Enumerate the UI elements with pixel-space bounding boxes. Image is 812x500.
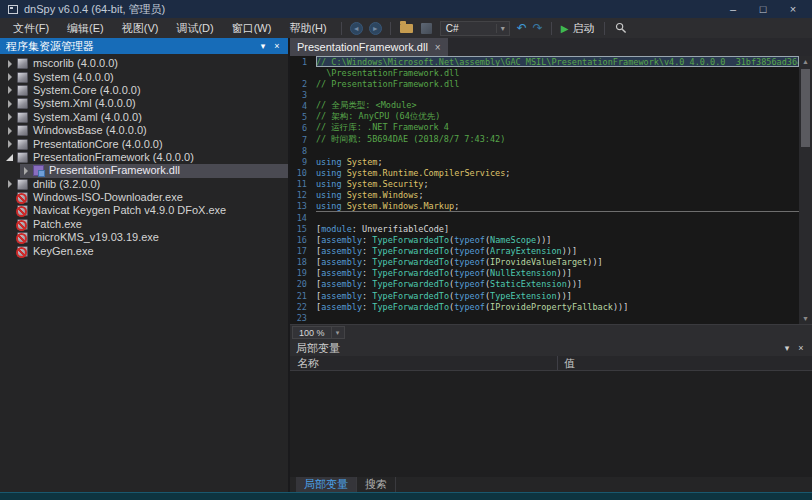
navigate-back-icon[interactable]: ◄ <box>350 22 363 35</box>
menu-item[interactable]: 视图(V) <box>113 18 168 38</box>
tree-item[interactable]: mscorlib (4.0.0.0) <box>0 57 288 70</box>
scroll-down-icon[interactable]: ▼ <box>802 313 809 324</box>
code-line[interactable]: 18[assembly: TypeForwardedTo(typeof(IPro… <box>290 257 799 268</box>
collapsed-arrow-icon[interactable] <box>20 165 31 176</box>
tree-item[interactable]: Windows-ISO-Downloader.exe <box>0 191 288 204</box>
navigate-forward-icon[interactable]: ► <box>369 22 382 35</box>
code-line[interactable]: 19[assembly: TypeForwardedTo(typeof(Null… <box>290 268 799 279</box>
tree-item[interactable]: KeyGen.exe <box>0 244 288 257</box>
bottom-tab[interactable]: 局部变量 <box>296 477 357 492</box>
collapsed-arrow-icon[interactable] <box>4 72 15 83</box>
collapsed-arrow-icon[interactable] <box>4 98 15 109</box>
code-line[interactable]: 7// 时间戳: 5B694DAE (2018/8/7 7:43:42) <box>290 134 799 145</box>
minimize-button[interactable]: – <box>718 0 748 18</box>
tree-item[interactable]: System (4.0.0.0) <box>0 70 288 83</box>
panel-menu-caret-icon[interactable]: ▾ <box>780 343 794 353</box>
code-line[interactable]: 11using System.Security; <box>290 179 799 190</box>
menu-item[interactable]: 窗口(W) <box>223 18 281 38</box>
code-token: ))] <box>557 291 572 301</box>
code-line[interactable]: 22[assembly: TypeForwardedTo(typeof(IPro… <box>290 301 799 312</box>
redo-icon[interactable]: ↷ <box>530 21 546 35</box>
close-button[interactable]: × <box>778 0 808 18</box>
vertical-scrollbar[interactable]: ▲ ▼ <box>799 56 812 324</box>
language-combobox[interactable]: C# ▾ <box>440 21 510 36</box>
tree-item[interactable]: PresentationFramework.dll <box>0 164 288 177</box>
tree-item[interactable]: dnlib (3.2.0.0) <box>0 178 288 191</box>
line-number: 20 <box>290 279 316 289</box>
code-line[interactable]: 5// 架构: AnyCPU (64位优先) <box>290 112 799 123</box>
panel-close-icon[interactable]: × <box>794 343 808 353</box>
search-icon[interactable] <box>610 22 632 34</box>
code-line[interactable]: 13using System.Windows.Markup; <box>290 201 799 212</box>
menu-item[interactable]: 帮助(H) <box>280 18 335 38</box>
code-line[interactable]: 12using System.Windows; <box>290 190 799 201</box>
code-token: // C:\Windows\Microsoft.Net\assembly\GAC… <box>316 57 799 67</box>
maximize-button[interactable]: □ <box>748 0 778 18</box>
code-line[interactable]: 2// PresentationFramework.dll <box>290 78 799 89</box>
code-line[interactable]: 8 <box>290 145 799 156</box>
chevron-down-icon[interactable]: ▾ <box>496 24 509 33</box>
code-line[interactable]: 16[assembly: TypeForwardedTo(typeof(Name… <box>290 234 799 245</box>
code-view: 1// C:\Windows\Microsoft.Net\assembly\GA… <box>290 56 799 324</box>
exe-icon <box>17 232 28 243</box>
zoom-level-value[interactable]: 100 % <box>292 326 332 339</box>
code-line[interactable]: 20[assembly: TypeForwardedTo(typeof(Stat… <box>290 279 799 290</box>
collapsed-arrow-icon[interactable] <box>4 125 15 136</box>
code-line[interactable]: 14 <box>290 212 799 223</box>
menu-item[interactable]: 编辑(E) <box>58 18 113 38</box>
tree-item-label: Navicat Keygen Patch v4.9.0 DFoX.exe <box>33 204 226 217</box>
tree-item[interactable]: Navicat Keygen Patch v4.9.0 DFoX.exe <box>0 204 288 217</box>
column-value[interactable]: 值 <box>558 356 812 370</box>
code-line[interactable]: 21[assembly: TypeForwardedTo(typeof(Type… <box>290 290 799 301</box>
code-token: assembly <box>321 246 362 256</box>
panel-menu-caret-icon[interactable]: ▾ <box>256 41 270 51</box>
scroll-up-icon[interactable]: ▲ <box>802 56 809 67</box>
titlebar: dnSpy v6.0.4 (64-bit, 管理员) – □ × <box>0 0 812 18</box>
document-tab[interactable]: PresentationFramework.dll × <box>290 38 448 56</box>
code-line[interactable]: 4// 全局类型: <Module> <box>290 101 799 112</box>
code-line[interactable]: 17[assembly: TypeForwardedTo(typeof(Arra… <box>290 245 799 256</box>
collapsed-arrow-icon[interactable] <box>4 139 15 150</box>
tree-item[interactable]: PresentationFramework (4.0.0.0) <box>0 151 288 164</box>
panel-close-icon[interactable]: × <box>270 41 284 51</box>
code-line[interactable]: 15[module: UnverifiableCode] <box>290 223 799 234</box>
menu-item[interactable]: 文件(F) <box>4 18 58 38</box>
code-line[interactable]: 10using System.Runtime.CompilerServices; <box>290 167 799 178</box>
tree-item[interactable]: System.Core (4.0.0.0) <box>0 84 288 97</box>
scrollbar-track[interactable] <box>801 67 810 313</box>
bottom-tab[interactable]: 搜索 <box>357 477 396 492</box>
tree-item-label: microKMS_v19.03.19.exe <box>33 231 159 244</box>
zoom-caret-icon[interactable]: ▾ <box>332 326 345 339</box>
collapsed-arrow-icon[interactable] <box>4 85 15 96</box>
code-line[interactable]: 3 <box>290 89 799 100</box>
scrollbar-thumb[interactable] <box>801 69 810 147</box>
code-line[interactable]: 9using System; <box>290 156 799 167</box>
tree-item[interactable]: WindowsBase (4.0.0.0) <box>0 124 288 137</box>
code-line[interactable]: 23 <box>290 312 799 323</box>
expanded-arrow-icon[interactable] <box>4 152 15 163</box>
tree-item[interactable]: System.Xml (4.0.0.0) <box>0 97 288 110</box>
code-line-text: using System.Security; <box>316 179 799 190</box>
code-token: TypeForwardedTo <box>372 246 449 256</box>
collapsed-arrow-icon[interactable] <box>4 179 15 190</box>
tab-close-icon[interactable]: × <box>435 42 441 53</box>
tree-item[interactable]: System.Xaml (4.0.0.0) <box>0 111 288 124</box>
start-button[interactable]: ▶ 启动 <box>557 21 599 36</box>
tree-item-label: System (4.0.0.0) <box>33 71 114 84</box>
tree-item[interactable]: microKMS_v19.03.19.exe <box>0 231 288 244</box>
code-line[interactable]: 1// C:\Windows\Microsoft.Net\assembly\GA… <box>290 56 799 67</box>
menu-item[interactable]: 调试(D) <box>167 18 222 38</box>
tree-item-content: KeyGen.exe <box>4 244 288 257</box>
undo-icon[interactable]: ↶ <box>514 21 530 35</box>
tree-item[interactable]: PresentationCore (4.0.0.0) <box>0 137 288 150</box>
code-editor[interactable]: 1// C:\Windows\Microsoft.Net\assembly\GA… <box>290 56 812 324</box>
open-file-icon[interactable] <box>400 24 413 33</box>
tree-item[interactable]: Patch.exe <box>0 218 288 231</box>
modules-icon[interactable] <box>421 23 432 34</box>
code-line[interactable]: 6// 运行库: .NET Framework 4 <box>290 123 799 134</box>
collapsed-arrow-icon[interactable] <box>4 58 15 69</box>
code-line[interactable]: \PresentationFramework.dll <box>290 67 799 78</box>
column-name[interactable]: 名称 <box>290 356 558 370</box>
collapsed-arrow-icon[interactable] <box>4 112 15 123</box>
code-line-text: // 全局类型: <Module> <box>316 101 799 112</box>
